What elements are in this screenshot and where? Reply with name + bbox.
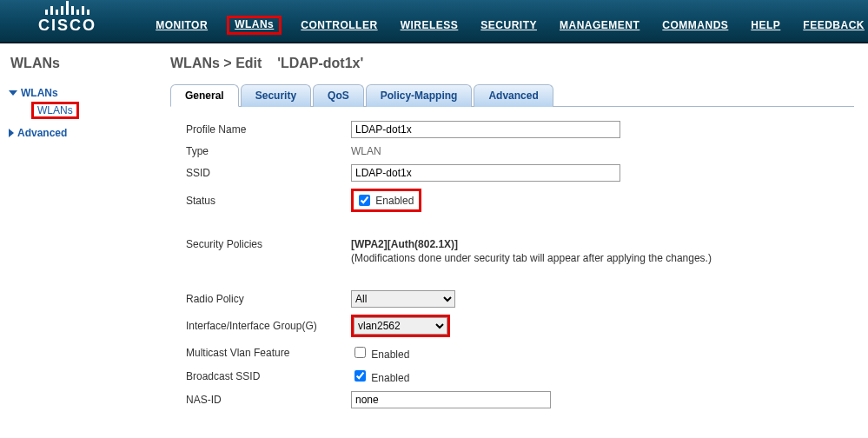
profile-name-label: Profile Name xyxy=(186,123,351,136)
nav-wireless[interactable]: WIRELESS xyxy=(397,16,462,35)
sidebar-wlans-highlight: WLANs xyxy=(31,102,79,119)
tab-advanced[interactable]: Advanced xyxy=(474,84,553,107)
tab-qos[interactable]: QoS xyxy=(313,84,364,107)
ssid-label: SSID xyxy=(186,167,351,179)
interface-select[interactable]: vlan2562 xyxy=(354,317,447,335)
radio-policy-label: Radio Policy xyxy=(186,293,351,305)
chevron-right-icon xyxy=(9,129,14,137)
brand-logo: CISCO xyxy=(0,0,135,36)
security-policies-value: [WPA2][Auth(802.1X)] xyxy=(351,238,712,250)
broadcast-ssid-checkbox[interactable] xyxy=(354,370,366,382)
nav-controller[interactable]: CONTROLLER xyxy=(297,16,381,35)
status-checkbox-label: Enabled xyxy=(375,195,414,207)
interface-label: Interface/Interface Group(G) xyxy=(186,320,351,332)
breadcrumb: WLANs > Edit 'LDAP-dot1x' xyxy=(170,56,854,71)
nav-wlans-highlight: WLANs xyxy=(227,16,282,35)
top-bar: CISCO MONITOR WLANs CONTROLLER WIRELESS … xyxy=(0,0,868,43)
multicast-label: Multicast Vlan Feature xyxy=(186,347,351,359)
nav-wlans[interactable]: WLANs xyxy=(231,15,277,34)
ssid-input[interactable] xyxy=(351,164,620,182)
security-policies-label: Security Policies xyxy=(186,238,351,250)
nav-management[interactable]: MANAGEMENT xyxy=(556,16,643,35)
breadcrumb-root: WLANs xyxy=(170,56,220,70)
nav-monitor[interactable]: MONITOR xyxy=(152,16,211,35)
nav-commands[interactable]: COMMANDS xyxy=(659,16,732,35)
type-label: Type xyxy=(186,145,351,157)
tab-bar: General Security QoS Policy-Mapping Adva… xyxy=(170,83,854,107)
security-policies-note: (Modifications done under security tab w… xyxy=(351,252,712,264)
brand-text: CISCO xyxy=(38,17,96,35)
tab-general[interactable]: General xyxy=(170,84,239,107)
sidebar-title: WLANs xyxy=(7,56,149,71)
tab-policy-mapping[interactable]: Policy-Mapping xyxy=(366,84,473,107)
form-general: Profile Name Type WLAN SSID Status Enabl… xyxy=(170,117,854,419)
chevron-down-icon xyxy=(9,90,17,96)
nas-id-label: NAS-ID xyxy=(186,394,351,406)
profile-name-input[interactable] xyxy=(351,121,620,138)
sidebar-item-advanced[interactable]: Advanced xyxy=(7,127,149,139)
tab-security[interactable]: Security xyxy=(241,84,311,107)
status-highlight: Enabled xyxy=(351,189,421,212)
sidebar-item-wlans[interactable]: WLANs xyxy=(7,87,149,99)
sidebar-item-wlans-sub[interactable]: WLANs xyxy=(7,102,149,119)
radio-policy-select[interactable]: All xyxy=(351,290,455,308)
top-nav: MONITOR WLANs CONTROLLER WIRELESS SECURI… xyxy=(135,16,868,36)
multicast-checkbox-label: Enabled xyxy=(371,348,409,361)
nav-security[interactable]: SECURITY xyxy=(477,16,540,35)
type-value: WLAN xyxy=(351,145,381,157)
nav-help[interactable]: HELP xyxy=(747,16,784,35)
broadcast-ssid-checkbox-label: Enabled xyxy=(371,372,409,384)
breadcrumb-name: 'LDAP-dot1x' xyxy=(277,56,363,70)
status-checkbox[interactable] xyxy=(359,195,370,206)
sidebar-item-label: Advanced xyxy=(17,127,67,139)
sidebar: WLANs WLANs WLANs Advanced xyxy=(0,43,156,431)
sidebar-item-label: WLANs xyxy=(37,104,73,116)
nas-id-input[interactable] xyxy=(351,391,551,408)
content-area: WLANs > Edit 'LDAP-dot1x' General Securi… xyxy=(156,43,868,431)
interface-highlight: vlan2562 xyxy=(351,315,450,337)
status-label: Status xyxy=(186,195,351,207)
breadcrumb-action: Edit xyxy=(235,56,262,70)
cisco-bars-icon xyxy=(45,1,89,15)
multicast-checkbox[interactable] xyxy=(354,347,366,358)
broadcast-ssid-label: Broadcast SSID xyxy=(186,370,351,382)
sidebar-item-label: WLANs xyxy=(21,87,58,99)
nav-feedback[interactable]: FEEDBACK xyxy=(799,16,868,35)
